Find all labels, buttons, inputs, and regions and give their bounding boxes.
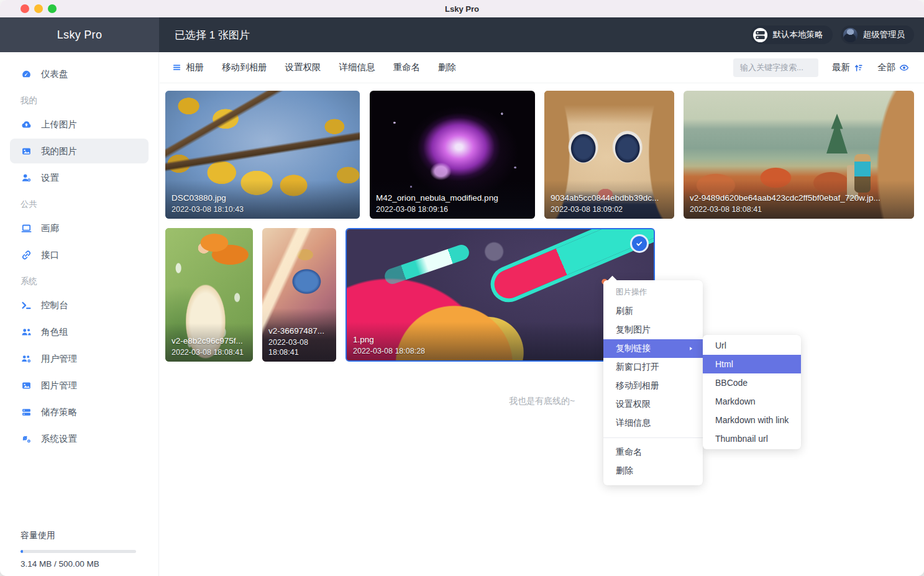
sidebar-item-user-manage[interactable]: 用户管理 (10, 346, 149, 371)
submenu-item-markdown[interactable]: Markdown (703, 392, 801, 411)
sidebar-item-label: 储存策略 (41, 406, 77, 418)
image-grid: 1.png2022-03-08 18:08:28v2-36697487...20… (160, 83, 924, 576)
submenu-item-label: Markdown (715, 396, 756, 406)
toolbar-action-albums[interactable]: 相册 (172, 62, 204, 73)
sidebar-item-image-manage[interactable]: 图片管理 (10, 373, 149, 398)
sidebar-item-label: 我的图片 (41, 145, 77, 157)
sidebar-item-dashboard[interactable]: 仪表盘 (10, 62, 149, 86)
selection-count-text: 已选择 1 张图片 (175, 28, 250, 42)
sort-control[interactable]: 最新 (832, 62, 864, 73)
dashboard-icon (21, 68, 32, 80)
storage-policy-pill[interactable]: 默认本地策略 (751, 25, 833, 44)
toolbar-action-label: 相册 (186, 62, 204, 73)
sidebar-item-label: 接口 (41, 249, 59, 261)
image-card[interactable]: 9034ab5cc0844ebdbb39dc...2022-03-08 18:0… (544, 91, 674, 219)
sidebar-section-label: 我的 (21, 95, 138, 106)
image-card[interactable]: M42_orion_nebula_modified.png2022-03-08 … (370, 91, 535, 219)
toolbar-action-detail-info[interactable]: 详细信息 (339, 62, 375, 73)
toolbar-action-label: 详细信息 (339, 62, 375, 73)
submenu-item-bbcode[interactable]: BBCode (703, 373, 801, 392)
zoom-button[interactable] (48, 4, 57, 13)
image-upload-date: 2022-03-08 18:08:41 (690, 204, 909, 214)
user-pill[interactable]: 超级管理员 (841, 25, 915, 44)
my-images-icon (21, 145, 32, 157)
menu-item-label: 新窗口打开 (616, 362, 659, 373)
sidebar-item-console[interactable]: 控制台 (10, 293, 149, 318)
submenu-item-url[interactable]: Url (703, 336, 801, 355)
submenu-item-label: BBCode (715, 378, 748, 388)
api-link-icon (21, 249, 32, 260)
submenu-item-html[interactable]: Html (703, 355, 801, 373)
context-menu-item-rename[interactable]: 重命名 (603, 443, 703, 462)
context-menu-item-move-to-album[interactable]: 移动到相册 (603, 377, 703, 395)
window-title: Lsky Pro (445, 4, 479, 14)
image-filename: DSC03880.jpg (172, 193, 355, 203)
sidebar-item-upload-images[interactable]: 上传图片 (10, 112, 149, 137)
image-card[interactable]: v2-36697487...2022-03-08 18:08:41 (262, 228, 336, 362)
context-menu-item-detail-info[interactable]: 详细信息 (603, 414, 703, 432)
sidebar-item-label: 设置 (41, 172, 59, 184)
menu-item-label: 刷新 (616, 306, 633, 317)
sidebar-item-gallery[interactable]: 画廊 (10, 216, 149, 240)
sidebar-item-my-images[interactable]: 我的图片 (10, 139, 149, 163)
sidebar-item-settings[interactable]: 设置 (10, 165, 149, 190)
visibility-filter[interactable]: 全部 (877, 62, 909, 73)
context-menu-item-delete[interactable]: 删除 (603, 462, 703, 480)
image-filename: v2-9489d620be64aab423cdc2ff5bf0ebaf_720w… (690, 193, 909, 203)
menu-divider (603, 437, 703, 438)
minimize-button[interactable] (34, 4, 43, 13)
menu-item-label: 重命名 (616, 447, 642, 458)
users-manage-icon (21, 353, 32, 364)
image-card-meta: v2-9489d620be64aab423cdc2ff5bf0ebaf_720w… (690, 193, 909, 214)
sidebar-item-storage-policy[interactable]: 储存策略 (10, 400, 149, 424)
context-menu-item-copy-image[interactable]: 复制图片 (603, 321, 703, 339)
submenu-item-label: Markdown with link (715, 415, 789, 425)
sidebar-item-role-groups[interactable]: 角色组 (10, 319, 149, 344)
sidebar-item-label: 系统设置 (41, 433, 77, 445)
submenu-item-label: Url (715, 341, 726, 350)
image-card-meta: v2-36697487...2022-03-08 18:08:41 (268, 326, 331, 357)
sidebar-item-system-settings[interactable]: 系统设置 (10, 426, 149, 451)
toolbar-action-label: 设置权限 (285, 62, 321, 73)
toolbar-action-rename[interactable]: 重命名 (393, 62, 421, 73)
search-input[interactable] (733, 58, 818, 77)
close-button[interactable] (21, 4, 29, 13)
submenu-item-label: Thumbnail url (715, 434, 768, 444)
user-settings-icon (21, 172, 32, 183)
storage-progressbar (21, 550, 136, 553)
submenu-item-thumbnail-url[interactable]: Thumbnail url (703, 429, 801, 448)
context-menu-items: 刷新复制图片复制链接新窗口打开移动到相册设置权限详细信息重命名删除 (603, 302, 703, 480)
image-card[interactable]: v2-e8b2c96c975f...2022-03-08 18:08:41 (165, 228, 253, 362)
context-menu-item-open-new-window[interactable]: 新窗口打开 (603, 358, 703, 377)
toolbar-action-set-permission[interactable]: 设置权限 (285, 62, 321, 73)
toolbar-action-delete[interactable]: 删除 (438, 62, 456, 73)
toolbar-action-move-to-album[interactable]: 移动到相册 (222, 62, 267, 73)
submenu-item-markdown-with-link[interactable]: Markdown with link (703, 411, 801, 429)
gallery-icon (21, 222, 32, 234)
sidebar-item-label: 用户管理 (41, 353, 77, 365)
image-card[interactable]: DSC03880.jpg2022-03-08 18:10:43 (165, 91, 360, 219)
context-menu-item-refresh[interactable]: 刷新 (603, 302, 703, 321)
sidebar-item-label: 画廊 (41, 222, 59, 234)
brand-logo[interactable]: Lsky Pro (0, 17, 159, 52)
images-manage-icon (21, 380, 32, 391)
sidebar-item-api[interactable]: 接口 (10, 242, 149, 267)
sidebar-item-label: 仪表盘 (41, 68, 68, 80)
storage-policy-icon (21, 406, 32, 418)
sidebar-section-label: 系统 (21, 276, 138, 287)
menu-item-label: 详细信息 (616, 418, 651, 429)
toolbar-actions: 相册移动到相册设置权限详细信息重命名删除 (172, 62, 474, 73)
context-menu-item-set-permission[interactable]: 设置权限 (603, 395, 703, 414)
image-card[interactable]: v2-9489d620be64aab423cdc2ff5bf0ebaf_720w… (684, 91, 914, 219)
menu-item-label: 移动到相册 (616, 380, 659, 391)
storage-usage-value: 3.14 MB / 500.00 MB (21, 559, 136, 569)
toolbar-action-label: 重命名 (393, 62, 421, 73)
menu-item-label: 设置权限 (616, 399, 651, 410)
toolbar-action-label: 移动到相册 (222, 62, 267, 73)
roles-icon (21, 326, 32, 337)
image-context-menu: 图片操作 刷新复制图片复制链接新窗口打开移动到相册设置权限详细信息重命名删除 (603, 280, 703, 485)
sidebar-item-label: 控制台 (41, 299, 68, 311)
check-icon (635, 239, 644, 248)
storage-progress-fill (21, 550, 23, 553)
context-menu-item-copy-link[interactable]: 复制链接 (603, 339, 703, 358)
